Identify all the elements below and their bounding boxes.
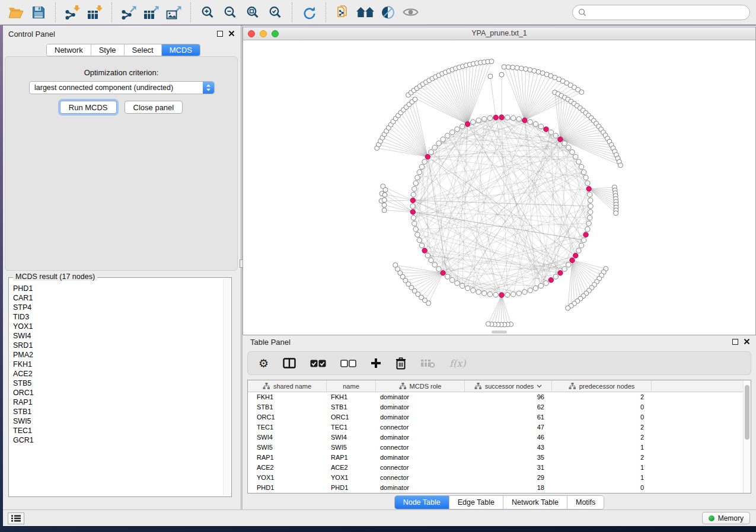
table-cell[interactable]: dominator	[376, 432, 465, 443]
network-graph[interactable]	[243, 40, 755, 335]
tab-edge-table[interactable]: Edge Table	[449, 496, 503, 509]
table-cell[interactable]: ORC1	[248, 412, 327, 422]
tab-mcds[interactable]: MCDS	[162, 44, 200, 56]
table-cell[interactable]: 2	[552, 432, 652, 443]
column-header-MCDS-role[interactable]: MCDS role	[376, 380, 465, 392]
select-all-button[interactable]	[310, 360, 326, 367]
table-cell[interactable]: 43	[465, 443, 552, 453]
mcds-list-item[interactable]: STB5	[13, 379, 223, 388]
delete-column-button[interactable]	[395, 357, 406, 370]
import-network-button[interactable]	[62, 2, 82, 23]
mcds-list-item[interactable]: TEC1	[13, 426, 223, 435]
mcds-list-item[interactable]: PMA2	[13, 350, 223, 360]
export-table-button[interactable]	[141, 2, 161, 23]
tab-network-table[interactable]: Network Table	[503, 496, 567, 509]
add-column-button[interactable]	[371, 358, 381, 368]
mcds-list-item[interactable]: STB1	[13, 407, 223, 416]
close-panel-button[interactable]: Close panel	[125, 101, 183, 114]
table-cell[interactable]: 18	[465, 483, 552, 493]
mcds-list-item[interactable]: ACE2	[13, 369, 223, 379]
tab-select[interactable]: Select	[125, 44, 162, 56]
table-scrollbar-thumb[interactable]	[745, 385, 749, 440]
canvas-hscroll-thumb[interactable]	[492, 331, 507, 334]
table-cell[interactable]: 31	[465, 463, 552, 473]
table-row[interactable]: STB1STB1dominator620	[248, 402, 743, 412]
tab-style[interactable]: Style	[91, 44, 125, 56]
hide-graphics-button[interactable]	[400, 2, 420, 23]
table-cell[interactable]: STB1	[327, 402, 376, 412]
table-cell[interactable]: SWI4	[248, 432, 327, 443]
table-cell[interactable]: 1	[552, 473, 652, 483]
table-cell[interactable]: 46	[465, 432, 552, 443]
table-cell[interactable]: 47	[465, 422, 552, 432]
table-cell[interactable]: ORC1	[327, 412, 376, 422]
mcds-list-item[interactable]: GCR1	[13, 435, 223, 445]
table-row[interactable]: TEC1TEC1connector472	[248, 422, 743, 432]
table-cell[interactable]: PHD1	[327, 483, 376, 493]
table-cell[interactable]: 1	[552, 463, 652, 473]
table-cell[interactable]: 2	[552, 392, 652, 402]
network-window-titlebar[interactable]: YPA_prune.txt_1	[243, 27, 755, 40]
export-network-button[interactable]	[119, 2, 139, 23]
tab-network[interactable]: Network	[47, 44, 91, 56]
open-button[interactable]	[6, 2, 26, 23]
table-cell[interactable]: 2	[552, 453, 652, 463]
table-row[interactable]: SWI5SWI5connector431	[248, 443, 743, 453]
network-canvas[interactable]	[243, 40, 755, 335]
float-table-panel-icon[interactable]	[732, 339, 738, 345]
table-cell[interactable]: connector	[376, 443, 465, 453]
table-cell[interactable]: 1	[552, 443, 652, 453]
table-cell[interactable]: 29	[465, 473, 552, 483]
close-panel-icon[interactable]	[228, 30, 235, 37]
table-cell[interactable]: YOX1	[248, 473, 327, 483]
mcds-list-scrollbar[interactable]	[223, 279, 230, 495]
optimization-criterion-select[interactable]: largest connected component (undirected)	[29, 81, 215, 94]
table-row[interactable]: SWI4SWI4dominator462	[248, 432, 743, 443]
table-cell[interactable]: dominator	[376, 402, 465, 412]
column-header-successor-nodes[interactable]: successor nodes	[465, 380, 552, 392]
mcds-list-item[interactable]: ORC1	[13, 388, 223, 398]
zoom-out-button[interactable]	[220, 2, 240, 23]
table-cell[interactable]: RAP1	[248, 453, 327, 463]
zoom-in-button[interactable]	[197, 2, 218, 23]
table-cell[interactable]: ACE2	[248, 463, 327, 473]
zoom-fit-button[interactable]	[243, 2, 263, 23]
table-cell[interactable]: 2	[552, 422, 652, 432]
table-cell[interactable]: SWI5	[327, 443, 376, 453]
table-row[interactable]: RAP1RAP1dominator352	[248, 453, 743, 463]
tab-motifs[interactable]: Motifs	[567, 496, 604, 509]
close-window-icon[interactable]	[248, 30, 255, 37]
graphics-details-button[interactable]	[378, 2, 398, 23]
column-header-name[interactable]: name	[327, 380, 376, 392]
show-all-networks-button[interactable]	[355, 2, 375, 23]
table-cell[interactable]: STB1	[248, 402, 327, 412]
maximize-window-icon[interactable]	[272, 30, 279, 37]
mcds-list-item[interactable]: TID3	[13, 312, 223, 322]
column-header-shared-name[interactable]: shared name	[248, 380, 327, 392]
mcds-list-item[interactable]: SWI4	[13, 331, 223, 341]
memory-button[interactable]: Memory	[702, 512, 750, 524]
table-cell[interactable]: dominator	[376, 483, 465, 493]
save-button[interactable]	[28, 2, 49, 23]
show-columns-button[interactable]	[283, 358, 296, 368]
table-cell[interactable]: 96	[465, 392, 552, 402]
mcds-list-item[interactable]: YOX1	[13, 322, 223, 331]
deselect-all-button[interactable]	[340, 360, 356, 367]
table-cell[interactable]: RAP1	[327, 453, 376, 463]
table-cell[interactable]: 35	[465, 453, 552, 463]
column-header-predecessor-nodes[interactable]: predecessor nodes	[552, 380, 652, 392]
mcds-list-item[interactable]: CAR1	[13, 293, 223, 303]
table-cell[interactable]: TEC1	[248, 422, 327, 432]
tab-node-table[interactable]: Node Table	[395, 496, 449, 509]
mcds-list-item[interactable]: STP4	[13, 303, 223, 312]
table-cell[interactable]: SWI4	[327, 432, 376, 443]
table-cell[interactable]: TEC1	[327, 422, 376, 432]
table-cell[interactable]: 0	[552, 402, 652, 412]
apply-layout-button[interactable]	[299, 2, 319, 23]
table-cell[interactable]: connector	[376, 463, 465, 473]
mcds-list-item[interactable]: SRD1	[13, 341, 223, 350]
export-image-button[interactable]	[164, 2, 184, 23]
network-file-button[interactable]	[333, 2, 353, 23]
minimize-window-icon[interactable]	[260, 30, 267, 37]
table-row[interactable]: PHD1PHD1dominator180	[248, 483, 743, 493]
